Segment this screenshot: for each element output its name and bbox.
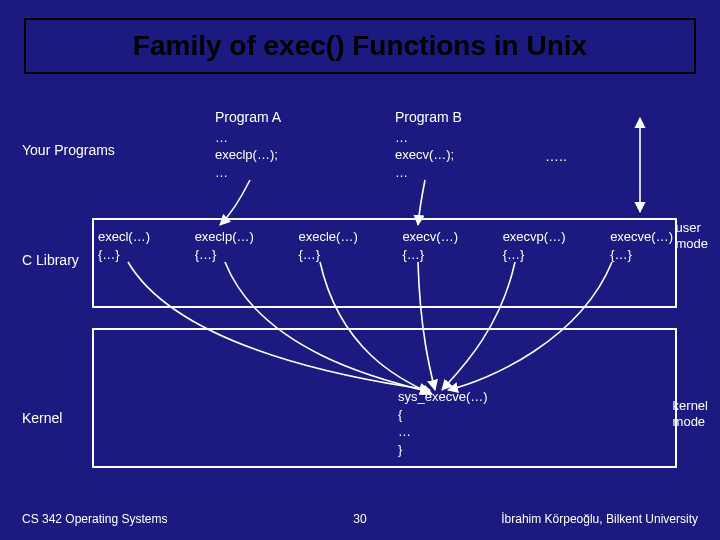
program-b-body: … execv(…); … — [395, 129, 462, 182]
program-b-heading: Program B — [395, 108, 462, 127]
row-label-kernel: Kernel — [22, 410, 62, 426]
row-label-programs: Your Programs — [22, 142, 115, 158]
user-mode-label: user mode — [675, 220, 708, 251]
clibrary-functions: execl(…) {…} execlp(…) {…} execle(…) {…}… — [98, 228, 673, 263]
footer-author: İbrahim Körpeoğlu, Bilkent University — [501, 512, 698, 526]
title-box: Family of exec() Functions in Unix — [24, 18, 696, 74]
kernel-mode-label: kernel mode — [673, 398, 708, 429]
row-label-clibrary: C Library — [22, 252, 79, 268]
func-execle: execle(…) {…} — [299, 228, 358, 263]
func-execvp: execvp(…) {…} — [503, 228, 566, 263]
func-execlp: execlp(…) {…} — [195, 228, 254, 263]
syscall-block: sys_execve(…) { … } — [398, 388, 488, 458]
program-a-block: Program A … execlp(…); … — [215, 108, 281, 182]
program-b-block: Program B … execv(…); … — [395, 108, 462, 182]
func-execve: execve(…) {…} — [610, 228, 673, 263]
program-a-heading: Program A — [215, 108, 281, 127]
func-execv: execv(…) {…} — [402, 228, 458, 263]
program-a-body: … execlp(…); … — [215, 129, 281, 182]
more-programs-ellipsis: ….. — [545, 148, 567, 164]
slide-title: Family of exec() Functions in Unix — [34, 30, 686, 62]
kernel-box — [92, 328, 677, 468]
func-execl: execl(…) {…} — [98, 228, 150, 263]
